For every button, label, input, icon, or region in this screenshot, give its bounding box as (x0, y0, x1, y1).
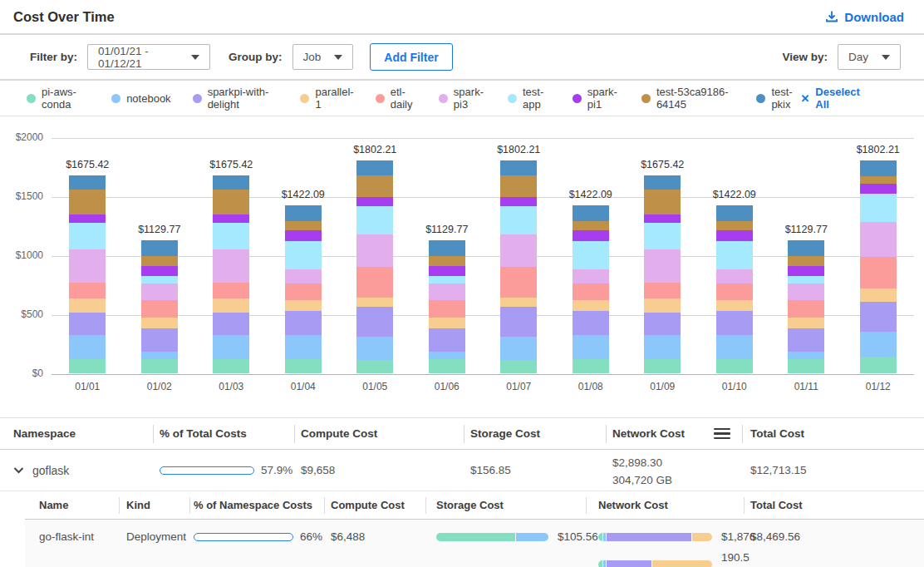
bar-segment-notebook[interactable] (644, 335, 681, 359)
bar-segment-test-app[interactable] (356, 206, 393, 234)
bar-segment-pi-aws-conda[interactable] (788, 359, 824, 373)
col-header-storage[interactable]: Storage Cost (464, 418, 606, 449)
bar-segment-notebook[interactable] (429, 352, 465, 358)
bar-segment-test-53ca9186-64145[interactable] (429, 256, 465, 266)
bar-segment-parallel-1[interactable] (644, 298, 681, 313)
legend-item-spark-pi1[interactable]: spark-pi1 (573, 86, 620, 111)
bar-segment-etl-daily[interactable] (429, 300, 465, 317)
bar-segment-spark-pi3[interactable] (860, 222, 897, 257)
legend-item-etl-daily[interactable]: etl-daily (376, 86, 417, 111)
bar-segment-test-pkix[interactable] (285, 205, 322, 221)
bar-segment-sparkpi-with-delight[interactable] (644, 313, 681, 335)
bar-segment-spark-pi3[interactable] (213, 249, 249, 283)
col-header-kind[interactable]: Kind (119, 491, 189, 519)
bar-segment-etl-daily[interactable] (285, 284, 322, 299)
bar-segment-spark-pi1[interactable] (356, 197, 393, 206)
bar-segment-test-pkix[interactable] (69, 175, 106, 190)
bar-segment-spark-pi1[interactable] (644, 214, 681, 223)
bar-segment-notebook[interactable] (141, 352, 178, 358)
bar-segment-notebook[interactable] (860, 332, 897, 357)
date-range-dropdown[interactable]: 01/01/21 - 01/12/21 (87, 44, 210, 70)
bar-segment-spark-pi3[interactable] (69, 249, 106, 283)
bar-segment-test-53ca9186-64145[interactable] (356, 175, 393, 198)
bar-segment-parallel-1[interactable] (860, 288, 897, 302)
bar-segment-pi-aws-conda[interactable] (500, 360, 537, 373)
bar-01/04[interactable] (285, 205, 322, 373)
bar-segment-test-app[interactable] (69, 223, 106, 249)
bar-segment-notebook[interactable] (716, 335, 753, 360)
legend-item-pi-aws-conda[interactable]: pi-aws-conda (27, 86, 90, 111)
bar-01/02[interactable] (141, 240, 178, 373)
bar-segment-notebook[interactable] (356, 337, 393, 361)
bar-segment-etl-daily[interactable] (69, 283, 106, 298)
bar-segment-pi-aws-conda[interactable] (356, 360, 393, 373)
bar-segment-spark-pi1[interactable] (860, 184, 897, 194)
bar-segment-pi-aws-conda[interactable] (429, 359, 465, 373)
bar-segment-spark-pi1[interactable] (285, 230, 322, 242)
bar-01/03[interactable] (213, 175, 249, 373)
bar-segment-pi-aws-conda[interactable] (285, 359, 322, 373)
legend-item-test-53ca9186-64145[interactable]: test-53ca9186-64145 (641, 86, 735, 111)
bar-segment-sparkpi-with-delight[interactable] (573, 311, 609, 335)
bar-segment-test-53ca9186-64145[interactable] (716, 221, 753, 230)
col-header-compute[interactable]: Compute Cost (294, 418, 464, 449)
bar-segment-sparkpi-with-delight[interactable] (285, 311, 322, 335)
bar-segment-test-53ca9186-64145[interactable] (788, 256, 824, 266)
bar-segment-test-pkix[interactable] (356, 160, 393, 175)
bar-segment-sparkpi-with-delight[interactable] (69, 313, 106, 335)
bar-segment-parallel-1[interactable] (500, 298, 537, 308)
bar-segment-etl-daily[interactable] (716, 284, 753, 299)
bar-segment-spark-pi3[interactable] (500, 234, 537, 267)
bar-segment-notebook[interactable] (573, 335, 609, 360)
col-header-storage[interactable]: Storage Cost (425, 491, 586, 519)
bar-01/07[interactable] (500, 160, 537, 373)
bar-segment-parallel-1[interactable] (716, 300, 753, 311)
bar-segment-etl-daily[interactable] (356, 267, 393, 298)
bar-segment-spark-pi3[interactable] (716, 269, 753, 284)
bar-segment-test-pkix[interactable] (500, 160, 537, 175)
bar-segment-test-pkix[interactable] (644, 175, 681, 190)
bar-segment-spark-pi1[interactable] (213, 214, 249, 223)
bar-segment-notebook[interactable] (500, 337, 537, 361)
bar-segment-parallel-1[interactable] (356, 298, 393, 308)
bar-segment-test-53ca9186-64145[interactable] (213, 190, 249, 214)
add-filter-button[interactable]: Add Filter (370, 43, 452, 71)
bar-segment-spark-pi3[interactable] (141, 284, 178, 301)
bar-segment-parallel-1[interactable] (788, 318, 824, 329)
bar-01/11[interactable] (788, 240, 824, 373)
bar-segment-etl-daily[interactable] (213, 283, 249, 298)
bar-segment-sparkpi-with-delight[interactable] (788, 328, 824, 352)
legend-item-parallel-1[interactable]: parallel-1 (300, 86, 353, 111)
view-by-dropdown[interactable]: Day (838, 44, 901, 70)
bar-segment-test-pkix[interactable] (213, 175, 249, 190)
bar-segment-parallel-1[interactable] (213, 298, 249, 313)
bar-segment-test-app[interactable] (429, 276, 465, 283)
bar-segment-spark-pi3[interactable] (356, 234, 393, 267)
bar-segment-sparkpi-with-delight[interactable] (141, 328, 178, 352)
collapse-chevron-icon[interactable] (13, 466, 24, 474)
bar-segment-pi-aws-conda[interactable] (644, 359, 681, 374)
col-header-total[interactable]: Total Cost (744, 491, 924, 519)
bar-01/09[interactable] (644, 175, 681, 373)
col-header-namespace[interactable]: Namespace (0, 418, 153, 449)
col-header-percent-total[interactable]: % of Total Costs (153, 418, 294, 449)
bar-segment-test-pkix[interactable] (573, 205, 609, 221)
bar-segment-spark-pi3[interactable] (788, 284, 824, 301)
bar-segment-sparkpi-with-delight[interactable] (860, 302, 897, 332)
legend-item-test-app[interactable]: test-app (508, 86, 551, 111)
bar-segment-test-53ca9186-64145[interactable] (860, 176, 897, 184)
bar-segment-test-53ca9186-64145[interactable] (500, 175, 537, 198)
bar-segment-test-app[interactable] (860, 194, 897, 221)
bar-segment-etl-daily[interactable] (500, 267, 537, 298)
bar-segment-spark-pi1[interactable] (716, 230, 753, 242)
bar-segment-spark-pi1[interactable] (500, 197, 537, 206)
bar-segment-sparkpi-with-delight[interactable] (356, 307, 393, 336)
bar-segment-pi-aws-conda[interactable] (716, 359, 753, 373)
bar-segment-test-53ca9186-64145[interactable] (285, 221, 322, 230)
bar-segment-test-53ca9186-64145[interactable] (644, 190, 681, 214)
deselect-all-button[interactable]: ✕ Deselect All (800, 86, 866, 111)
bar-segment-pi-aws-conda[interactable] (213, 359, 249, 374)
bar-segment-test-app[interactable] (285, 241, 322, 269)
column-menu-icon[interactable] (712, 426, 732, 441)
legend-item-notebook[interactable]: notebook (111, 92, 171, 105)
